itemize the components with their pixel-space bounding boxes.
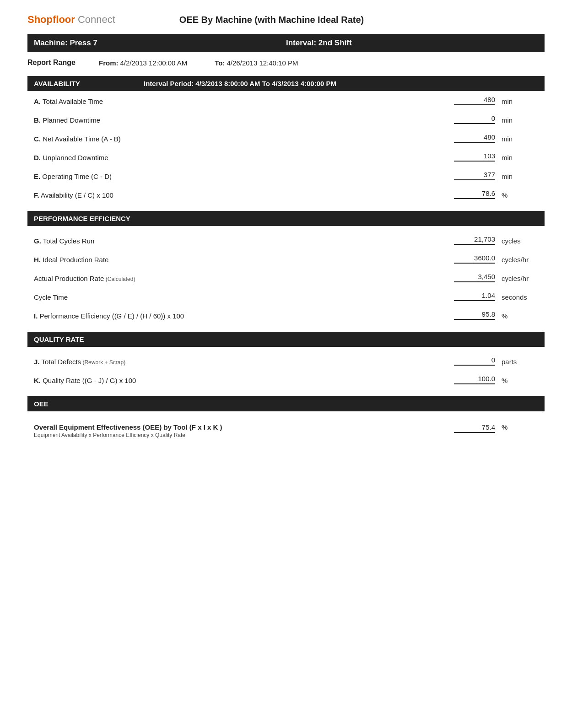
performance-row-label-2: Actual Production Rate (Calculated) bbox=[34, 275, 454, 282]
performance-row-3: Cycle Time1.04seconds bbox=[27, 287, 545, 303]
performance-row-value-0: 21,703 bbox=[454, 235, 495, 245]
oee-title: OEE bbox=[34, 400, 125, 408]
performance-row-value-2: 3,450 bbox=[454, 273, 495, 282]
performance-row-0: G. Total Cycles Run21,703cycles bbox=[27, 231, 545, 247]
availability-row-0: A. Total Available Time480min bbox=[27, 91, 545, 107]
availability-section-header: AVAILABILITY Interval Period: 4/3/2013 8… bbox=[27, 76, 545, 91]
performance-rows: G. Total Cycles Run21,703cyclesH. Ideal … bbox=[27, 231, 545, 324]
availability-row-value-5: 78.6 bbox=[454, 189, 495, 199]
performance-row-value-4: 95.8 bbox=[454, 310, 495, 320]
quality-row-value-0: 0 bbox=[454, 356, 495, 366]
availability-rows: A. Total Available Time480minB. Planned … bbox=[27, 91, 545, 204]
availability-row-5: F. Availability (E / C) x 10078.6% bbox=[27, 185, 545, 201]
availability-row-unit-1: min bbox=[502, 116, 538, 124]
performance-title: PERFORMANCE EFFICIENCY bbox=[34, 215, 130, 222]
performance-row-unit-0: cycles bbox=[502, 237, 538, 245]
availability-row-value-2: 480 bbox=[454, 133, 495, 143]
availability-row-unit-4: min bbox=[502, 173, 538, 180]
logo-shopfloor: Shopfloor bbox=[27, 14, 75, 26]
quality-row-unit-0: parts bbox=[502, 358, 538, 366]
report-range-from-label: From: bbox=[99, 59, 119, 67]
machine-name: Machine: Press 7 bbox=[34, 38, 286, 48]
quality-row-label-0: J. Total Defects (Rework + Scrap) bbox=[34, 358, 454, 366]
performance-row-label-4: I. Performance Efficiency ((G / E) / (H … bbox=[34, 312, 454, 320]
oee-row: Overall Equipment Effectiveness (OEE) by… bbox=[27, 419, 545, 438]
report-range-to-label: To: bbox=[215, 59, 225, 67]
availability-row-value-1: 0 bbox=[454, 114, 495, 124]
oee-value: 75.4 bbox=[454, 423, 495, 433]
report-range-label: Report Range bbox=[27, 59, 92, 67]
oee-sub-label: Equipment Availability x Performance Eff… bbox=[34, 432, 454, 438]
availability-row-label-4: E. Operating Time (C - D) bbox=[34, 173, 454, 180]
quality-row-value-1: 100.0 bbox=[454, 375, 495, 384]
report-range-to-value: 4/26/2013 12:40:10 PM bbox=[227, 59, 298, 67]
availability-row-2: C. Net Available Time (A - B)480min bbox=[27, 129, 545, 145]
report-title: OEE By Machine (with Machine Ideal Rate) bbox=[179, 15, 364, 25]
performance-row-unit-4: % bbox=[502, 312, 538, 320]
page-header: Shopfloor Connect OEE By Machine (with M… bbox=[27, 14, 545, 26]
report-range-from-value: 4/2/2013 12:00:00 AM bbox=[120, 59, 188, 67]
availability-row-1: B. Planned Downtime0min bbox=[27, 110, 545, 126]
performance-row-label-3: Cycle Time bbox=[34, 293, 454, 301]
availability-row-label-3: D. Unplanned Downtime bbox=[34, 154, 454, 162]
performance-row-unit-3: seconds bbox=[502, 293, 538, 301]
machine-interval-bar: Machine: Press 7 Interval: 2nd Shift bbox=[27, 34, 545, 52]
availability-interval-period: Interval Period: 4/3/2013 8:00:00 AM To … bbox=[144, 80, 336, 87]
performance-row-unit-1: cycles/hr bbox=[502, 256, 538, 264]
performance-row-small-2: (Calculated) bbox=[104, 276, 135, 282]
quality-row-0: J. Total Defects (Rework + Scrap)0parts bbox=[27, 351, 545, 367]
quality-row-label-1: K. Quality Rate ((G - J) / G) x 100 bbox=[34, 377, 454, 384]
quality-rows: J. Total Defects (Rework + Scrap)0partsK… bbox=[27, 351, 545, 389]
quality-row-small-0: (Rework + Scrap) bbox=[81, 359, 125, 366]
oee-label: Overall Equipment Effectiveness (OEE) by… bbox=[34, 423, 454, 438]
availability-row-3: D. Unplanned Downtime103min bbox=[27, 147, 545, 163]
availability-row-value-3: 103 bbox=[454, 152, 495, 162]
quality-title: QUALITY RATE bbox=[34, 335, 125, 343]
report-range-row: Report Range From: 4/2/2013 12:00:00 AM … bbox=[27, 59, 545, 67]
availability-row-unit-2: min bbox=[502, 135, 538, 143]
oee-main-label: Overall Equipment Effectiveness (OEE) by… bbox=[34, 423, 454, 431]
quality-row-1: K. Quality Rate ((G - J) / G) x 100100.0… bbox=[27, 370, 545, 386]
logo-connect: Connect bbox=[78, 14, 115, 26]
performance-row-value-1: 3600.0 bbox=[454, 254, 495, 264]
performance-section-header: PERFORMANCE EFFICIENCY bbox=[27, 211, 545, 226]
availability-row-value-4: 377 bbox=[454, 171, 495, 180]
performance-row-label-1: H. Ideal Production Rate bbox=[34, 256, 454, 264]
availability-row-value-0: 480 bbox=[454, 96, 495, 105]
oee-unit: % bbox=[502, 423, 538, 431]
performance-row-2: Actual Production Rate (Calculated)3,450… bbox=[27, 268, 545, 284]
quality-section-header: QUALITY RATE bbox=[27, 332, 545, 347]
performance-row-4: I. Performance Efficiency ((G / E) / (H … bbox=[27, 306, 545, 322]
availability-row-unit-3: min bbox=[502, 154, 538, 162]
availability-row-label-0: A. Total Available Time bbox=[34, 97, 454, 105]
availability-row-unit-5: % bbox=[502, 191, 538, 199]
availability-row-label-5: F. Availability (E / C) x 100 bbox=[34, 191, 454, 199]
availability-row-4: E. Operating Time (C - D)377min bbox=[27, 166, 545, 182]
performance-row-1: H. Ideal Production Rate3600.0cycles/hr bbox=[27, 249, 545, 265]
availability-row-label-1: B. Planned Downtime bbox=[34, 116, 454, 124]
quality-row-unit-1: % bbox=[502, 377, 538, 384]
availability-row-label-2: C. Net Available Time (A - B) bbox=[34, 135, 454, 143]
availability-title: AVAILABILITY bbox=[34, 80, 125, 87]
interval-value: Interval: 2nd Shift bbox=[286, 38, 538, 48]
availability-row-unit-0: min bbox=[502, 97, 538, 105]
performance-row-unit-2: cycles/hr bbox=[502, 275, 538, 282]
performance-row-value-3: 1.04 bbox=[454, 291, 495, 301]
oee-section-header: OEE bbox=[27, 396, 545, 411]
performance-row-label-0: G. Total Cycles Run bbox=[34, 237, 454, 245]
